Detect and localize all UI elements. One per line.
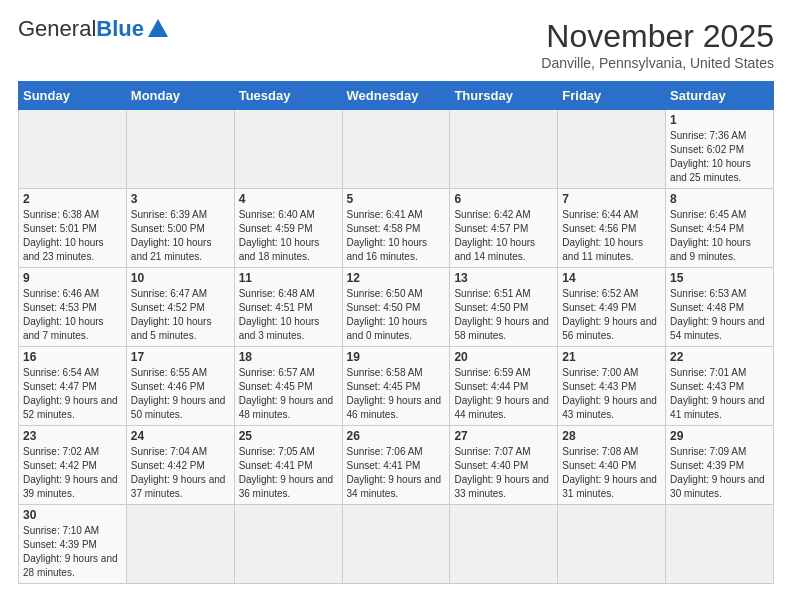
day-info: Sunrise: 6:55 AM Sunset: 4:46 PM Dayligh… bbox=[131, 366, 230, 422]
day-info: Sunrise: 7:04 AM Sunset: 4:42 PM Dayligh… bbox=[131, 445, 230, 501]
day-number: 13 bbox=[454, 271, 553, 285]
calendar-cell bbox=[558, 505, 666, 584]
calendar-day-header: Sunday bbox=[19, 82, 127, 110]
day-number: 5 bbox=[347, 192, 446, 206]
calendar-cell: 11Sunrise: 6:48 AM Sunset: 4:51 PM Dayli… bbox=[234, 268, 342, 347]
day-info: Sunrise: 6:52 AM Sunset: 4:49 PM Dayligh… bbox=[562, 287, 661, 343]
day-number: 8 bbox=[670, 192, 769, 206]
day-number: 9 bbox=[23, 271, 122, 285]
calendar-cell: 21Sunrise: 7:00 AM Sunset: 4:43 PM Dayli… bbox=[558, 347, 666, 426]
day-info: Sunrise: 6:51 AM Sunset: 4:50 PM Dayligh… bbox=[454, 287, 553, 343]
calendar-day-header: Saturday bbox=[666, 82, 774, 110]
day-info: Sunrise: 7:08 AM Sunset: 4:40 PM Dayligh… bbox=[562, 445, 661, 501]
calendar-cell bbox=[450, 110, 558, 189]
calendar-cell: 7Sunrise: 6:44 AM Sunset: 4:56 PM Daylig… bbox=[558, 189, 666, 268]
day-number: 10 bbox=[131, 271, 230, 285]
calendar-day-header: Wednesday bbox=[342, 82, 450, 110]
day-number: 29 bbox=[670, 429, 769, 443]
calendar-cell bbox=[342, 505, 450, 584]
day-info: Sunrise: 6:54 AM Sunset: 4:47 PM Dayligh… bbox=[23, 366, 122, 422]
calendar-cell: 5Sunrise: 6:41 AM Sunset: 4:58 PM Daylig… bbox=[342, 189, 450, 268]
calendar-cell bbox=[126, 505, 234, 584]
calendar-cell: 10Sunrise: 6:47 AM Sunset: 4:52 PM Dayli… bbox=[126, 268, 234, 347]
day-number: 15 bbox=[670, 271, 769, 285]
logo: General Blue bbox=[18, 18, 168, 40]
calendar-cell: 15Sunrise: 6:53 AM Sunset: 4:48 PM Dayli… bbox=[666, 268, 774, 347]
day-number: 30 bbox=[23, 508, 122, 522]
day-info: Sunrise: 7:10 AM Sunset: 4:39 PM Dayligh… bbox=[23, 524, 122, 580]
day-number: 22 bbox=[670, 350, 769, 364]
day-info: Sunrise: 7:01 AM Sunset: 4:43 PM Dayligh… bbox=[670, 366, 769, 422]
calendar-cell: 14Sunrise: 6:52 AM Sunset: 4:49 PM Dayli… bbox=[558, 268, 666, 347]
logo-blue-text: Blue bbox=[96, 18, 144, 40]
calendar-cell: 8Sunrise: 6:45 AM Sunset: 4:54 PM Daylig… bbox=[666, 189, 774, 268]
title-block: November 2025 Danville, Pennsylvania, Un… bbox=[541, 18, 774, 71]
calendar-cell: 13Sunrise: 6:51 AM Sunset: 4:50 PM Dayli… bbox=[450, 268, 558, 347]
day-info: Sunrise: 6:44 AM Sunset: 4:56 PM Dayligh… bbox=[562, 208, 661, 264]
day-info: Sunrise: 7:02 AM Sunset: 4:42 PM Dayligh… bbox=[23, 445, 122, 501]
calendar-day-header: Tuesday bbox=[234, 82, 342, 110]
logo-text: General Blue bbox=[18, 18, 168, 40]
calendar-cell: 1Sunrise: 7:36 AM Sunset: 6:02 PM Daylig… bbox=[666, 110, 774, 189]
calendar-cell: 24Sunrise: 7:04 AM Sunset: 4:42 PM Dayli… bbox=[126, 426, 234, 505]
day-number: 2 bbox=[23, 192, 122, 206]
day-info: Sunrise: 7:00 AM Sunset: 4:43 PM Dayligh… bbox=[562, 366, 661, 422]
calendar-cell bbox=[558, 110, 666, 189]
day-info: Sunrise: 6:53 AM Sunset: 4:48 PM Dayligh… bbox=[670, 287, 769, 343]
day-info: Sunrise: 6:46 AM Sunset: 4:53 PM Dayligh… bbox=[23, 287, 122, 343]
day-info: Sunrise: 6:57 AM Sunset: 4:45 PM Dayligh… bbox=[239, 366, 338, 422]
calendar-cell: 22Sunrise: 7:01 AM Sunset: 4:43 PM Dayli… bbox=[666, 347, 774, 426]
calendar-week-row: 30Sunrise: 7:10 AM Sunset: 4:39 PM Dayli… bbox=[19, 505, 774, 584]
day-number: 20 bbox=[454, 350, 553, 364]
calendar-cell: 30Sunrise: 7:10 AM Sunset: 4:39 PM Dayli… bbox=[19, 505, 127, 584]
calendar-week-row: 9Sunrise: 6:46 AM Sunset: 4:53 PM Daylig… bbox=[19, 268, 774, 347]
page: General Blue November 2025 Danville, Pen… bbox=[0, 0, 792, 594]
day-number: 12 bbox=[347, 271, 446, 285]
calendar-cell bbox=[234, 110, 342, 189]
day-number: 17 bbox=[131, 350, 230, 364]
day-info: Sunrise: 6:58 AM Sunset: 4:45 PM Dayligh… bbox=[347, 366, 446, 422]
day-number: 24 bbox=[131, 429, 230, 443]
day-info: Sunrise: 7:36 AM Sunset: 6:02 PM Dayligh… bbox=[670, 129, 769, 185]
calendar-week-row: 2Sunrise: 6:38 AM Sunset: 5:01 PM Daylig… bbox=[19, 189, 774, 268]
calendar-cell: 6Sunrise: 6:42 AM Sunset: 4:57 PM Daylig… bbox=[450, 189, 558, 268]
calendar-cell: 23Sunrise: 7:02 AM Sunset: 4:42 PM Dayli… bbox=[19, 426, 127, 505]
day-info: Sunrise: 6:47 AM Sunset: 4:52 PM Dayligh… bbox=[131, 287, 230, 343]
day-number: 14 bbox=[562, 271, 661, 285]
calendar-cell: 20Sunrise: 6:59 AM Sunset: 4:44 PM Dayli… bbox=[450, 347, 558, 426]
calendar-cell: 25Sunrise: 7:05 AM Sunset: 4:41 PM Dayli… bbox=[234, 426, 342, 505]
calendar-week-row: 16Sunrise: 6:54 AM Sunset: 4:47 PM Dayli… bbox=[19, 347, 774, 426]
calendar-cell: 9Sunrise: 6:46 AM Sunset: 4:53 PM Daylig… bbox=[19, 268, 127, 347]
day-number: 1 bbox=[670, 113, 769, 127]
day-number: 23 bbox=[23, 429, 122, 443]
logo-triangle-icon bbox=[148, 19, 168, 37]
calendar-cell: 26Sunrise: 7:06 AM Sunset: 4:41 PM Dayli… bbox=[342, 426, 450, 505]
calendar-week-row: 23Sunrise: 7:02 AM Sunset: 4:42 PM Dayli… bbox=[19, 426, 774, 505]
calendar-cell: 4Sunrise: 6:40 AM Sunset: 4:59 PM Daylig… bbox=[234, 189, 342, 268]
calendar-cell: 18Sunrise: 6:57 AM Sunset: 4:45 PM Dayli… bbox=[234, 347, 342, 426]
calendar-cell: 29Sunrise: 7:09 AM Sunset: 4:39 PM Dayli… bbox=[666, 426, 774, 505]
day-info: Sunrise: 6:50 AM Sunset: 4:50 PM Dayligh… bbox=[347, 287, 446, 343]
month-title: November 2025 bbox=[541, 18, 774, 55]
calendar-cell bbox=[450, 505, 558, 584]
day-number: 25 bbox=[239, 429, 338, 443]
calendar-cell: 2Sunrise: 6:38 AM Sunset: 5:01 PM Daylig… bbox=[19, 189, 127, 268]
calendar-cell: 17Sunrise: 6:55 AM Sunset: 4:46 PM Dayli… bbox=[126, 347, 234, 426]
calendar-cell bbox=[234, 505, 342, 584]
day-info: Sunrise: 6:41 AM Sunset: 4:58 PM Dayligh… bbox=[347, 208, 446, 264]
day-info: Sunrise: 6:42 AM Sunset: 4:57 PM Dayligh… bbox=[454, 208, 553, 264]
day-number: 27 bbox=[454, 429, 553, 443]
day-number: 6 bbox=[454, 192, 553, 206]
calendar-cell bbox=[19, 110, 127, 189]
calendar-cell: 27Sunrise: 7:07 AM Sunset: 4:40 PM Dayli… bbox=[450, 426, 558, 505]
day-number: 16 bbox=[23, 350, 122, 364]
day-info: Sunrise: 6:59 AM Sunset: 4:44 PM Dayligh… bbox=[454, 366, 553, 422]
day-number: 18 bbox=[239, 350, 338, 364]
calendar-day-header: Friday bbox=[558, 82, 666, 110]
calendar-week-row: 1Sunrise: 7:36 AM Sunset: 6:02 PM Daylig… bbox=[19, 110, 774, 189]
day-info: Sunrise: 6:40 AM Sunset: 4:59 PM Dayligh… bbox=[239, 208, 338, 264]
calendar-header-row: SundayMondayTuesdayWednesdayThursdayFrid… bbox=[19, 82, 774, 110]
header: General Blue November 2025 Danville, Pen… bbox=[18, 18, 774, 71]
day-info: Sunrise: 7:05 AM Sunset: 4:41 PM Dayligh… bbox=[239, 445, 338, 501]
day-number: 19 bbox=[347, 350, 446, 364]
